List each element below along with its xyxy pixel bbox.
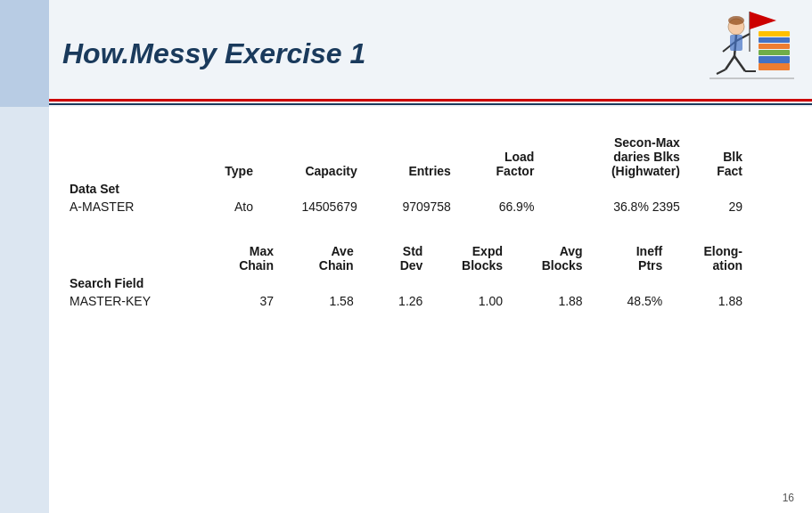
cell-ave-chain: 1.58 bbox=[281, 292, 361, 310]
table-1-dataset-label-row: Data Set bbox=[62, 180, 750, 198]
svg-rect-2 bbox=[759, 44, 790, 49]
illustration bbox=[683, 7, 799, 96]
svg-line-14 bbox=[726, 56, 734, 69]
table-2-searchfield-label-row: Search Field bbox=[62, 274, 750, 292]
cell-search-field: MASTER-KEY bbox=[62, 292, 201, 310]
svg-rect-1 bbox=[759, 50, 790, 55]
cell-load-factor: 66.9% bbox=[458, 198, 541, 216]
cell-dataset: A-MASTER bbox=[62, 198, 177, 216]
divider-red bbox=[49, 99, 812, 102]
header: How.Messy Exercise 1 bbox=[0, 0, 812, 107]
divider-blue bbox=[49, 103, 812, 105]
svg-marker-7 bbox=[750, 12, 776, 29]
col-secondary-header: Secon-Max daries Blks (Highwater) bbox=[541, 134, 687, 180]
main-content: Type Capacity Entries Load Factor Secon-… bbox=[0, 107, 812, 328]
cell-type: Ato bbox=[177, 198, 260, 216]
svg-line-12 bbox=[734, 56, 745, 71]
cell-entries: 9709758 bbox=[365, 198, 458, 216]
table-row: MASTER-KEY 37 1.58 1.26 1.00 1.88 48.5% … bbox=[62, 292, 750, 310]
cell-elongation: 1.88 bbox=[669, 292, 750, 310]
col-dataset-header bbox=[62, 134, 177, 180]
cell-capacity: 14505679 bbox=[260, 198, 365, 216]
table-1-header-row: Type Capacity Entries Load Factor Secon-… bbox=[62, 134, 750, 180]
col-entries-header: Entries bbox=[365, 134, 458, 180]
table-1: Type Capacity Entries Load Factor Secon-… bbox=[62, 134, 750, 233]
col-loadfactor-header: Load Factor bbox=[458, 134, 541, 180]
col-dataset-label: Data Set bbox=[62, 180, 177, 198]
svg-line-15 bbox=[717, 69, 726, 74]
table-2-header-row: Max Chain Ave Chain Std Dev Expd Blocks … bbox=[62, 242, 750, 274]
spacer-row-1 bbox=[62, 216, 750, 233]
svg-rect-0 bbox=[759, 56, 790, 63]
page-number: 16 bbox=[783, 492, 794, 504]
col-avechain-header: Ave Chain bbox=[281, 242, 361, 274]
col-expdblocks-header: Expd Blocks bbox=[430, 242, 510, 274]
svg-rect-5 bbox=[759, 63, 790, 70]
cell-expd-blocks: 1.00 bbox=[430, 292, 510, 310]
col-maxchain-header: Max Chain bbox=[201, 242, 281, 274]
cell-blk-fact: 29 bbox=[687, 198, 750, 216]
col-elongation-header: Elong- ation bbox=[669, 242, 750, 274]
table-2: Max Chain Ave Chain Std Dev Expd Blocks … bbox=[62, 242, 750, 310]
col-ineffptrs-header: Ineff Ptrs bbox=[590, 242, 670, 274]
cell-max-chain: 37 bbox=[201, 292, 281, 310]
svg-rect-3 bbox=[759, 37, 790, 43]
col-avgblocks-header: Avg Blocks bbox=[510, 242, 590, 274]
page-title: How.Messy Exercise 1 bbox=[62, 37, 365, 70]
cell-ineff-ptrs: 48.5% bbox=[590, 292, 670, 310]
svg-point-17 bbox=[728, 16, 744, 25]
col-searchfield-label: Search Field bbox=[62, 274, 201, 292]
col-searchfield-header bbox=[62, 242, 201, 274]
col-stddev-header: Std Dev bbox=[361, 242, 431, 274]
cell-std-dev: 1.26 bbox=[361, 292, 431, 310]
col-capacity-header: Capacity bbox=[260, 134, 365, 180]
svg-rect-16 bbox=[730, 35, 742, 51]
col-type-header: Type bbox=[177, 134, 260, 180]
col-blkfact-header: Blk Fact bbox=[687, 134, 750, 180]
cell-secondary: 36.8% 2395 bbox=[541, 198, 687, 216]
svg-rect-4 bbox=[759, 31, 790, 37]
table-row: A-MASTER Ato 14505679 9709758 66.9% 36.8… bbox=[62, 198, 750, 216]
left-accent-bar bbox=[0, 0, 49, 107]
cell-avg-blocks: 1.88 bbox=[510, 292, 590, 310]
